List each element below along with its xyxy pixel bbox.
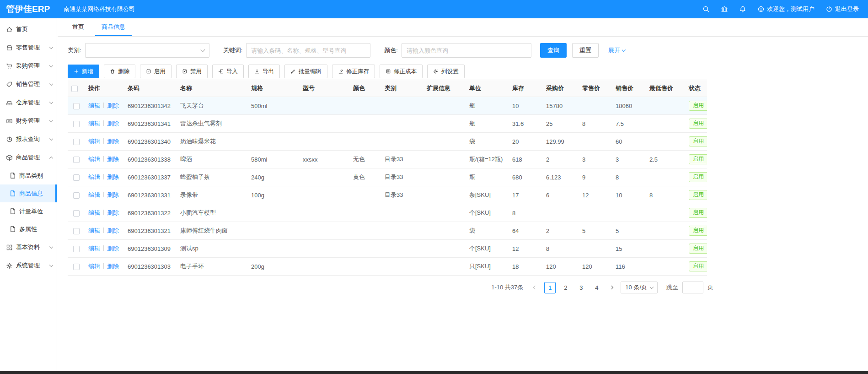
sidebar-item-basic-data[interactable]: 基本资料 — [0, 238, 57, 256]
row-checkbox[interactable] — [73, 103, 80, 109]
edit-link[interactable]: 编辑 — [88, 156, 100, 163]
status-badge[interactable]: 启用 — [689, 154, 707, 164]
sidebar-item-purchase-mgmt[interactable]: 采购管理 — [0, 57, 57, 75]
table-row: 编辑删除6901236301303电子手环200g只[SKU]181201201… — [68, 258, 707, 276]
batch-edit-button[interactable]: 批量编辑 — [284, 65, 327, 78]
fix-cost-button[interactable]: 修正成本 — [380, 65, 423, 78]
expand-label: 展开 — [608, 46, 620, 54]
row-checkbox[interactable] — [73, 139, 80, 145]
status-badge[interactable]: 启用 — [689, 190, 707, 200]
status-badge[interactable]: 启用 — [689, 172, 707, 182]
cell-ext — [423, 204, 466, 222]
tab-home[interactable]: 首页 — [66, 18, 91, 36]
delete-link[interactable]: 删除 — [107, 227, 119, 234]
status-badge[interactable]: 启用 — [689, 208, 707, 218]
edit-link[interactable]: 编辑 — [88, 191, 100, 198]
sidebar-item-system-mgmt[interactable]: 系统管理 — [0, 256, 57, 275]
jump-page-input[interactable] — [682, 282, 703, 293]
status-badge[interactable]: 启用 — [689, 244, 707, 254]
column-settings-button[interactable]: 列设置 — [427, 65, 465, 78]
cell-retail_price — [579, 97, 612, 115]
export-button[interactable]: 导出 — [248, 65, 280, 78]
sidebar-item-product-mgmt[interactable]: 商品管理 — [0, 148, 57, 167]
delete-link[interactable]: 删除 — [107, 156, 119, 163]
edit-link[interactable]: 编辑 — [88, 120, 100, 127]
delete-link[interactable]: 删除 — [107, 120, 119, 127]
edit-link[interactable]: 编辑 — [88, 245, 100, 252]
sidebar-item-finance-mgmt[interactable]: 财务管理 — [0, 112, 57, 130]
status-badge[interactable]: 启用 — [689, 101, 707, 111]
sidebar-item-product-info[interactable]: 商品信息 — [0, 184, 57, 202]
enable-button[interactable]: 启用 — [140, 65, 171, 78]
row-checkbox[interactable] — [73, 210, 80, 217]
page-button-2[interactable]: 2 — [560, 282, 571, 293]
company-name: 南通某某网络科技有限公司 — [64, 5, 135, 13]
bank-icon[interactable] — [721, 5, 728, 13]
row-checkbox[interactable] — [73, 157, 80, 163]
edit-link[interactable]: 编辑 — [88, 138, 100, 145]
sidebar-item-home[interactable]: 首页 — [0, 20, 57, 38]
edit-link[interactable]: 编辑 — [88, 173, 100, 180]
delete-link[interactable]: 删除 — [107, 263, 119, 270]
status-badge[interactable]: 启用 — [689, 136, 707, 146]
reset-button[interactable]: 重置 — [572, 43, 599, 58]
sidebar-item-report-query[interactable]: 报表查询 — [0, 130, 57, 148]
search-icon[interactable] — [702, 5, 710, 13]
page-size-select[interactable]: 10 条/页 — [621, 282, 658, 293]
sidebar-item-warehouse-mgmt[interactable]: 仓库管理 — [0, 93, 57, 112]
keyword-input[interactable] — [246, 43, 370, 58]
logout-button[interactable]: 退出登录 — [825, 5, 859, 13]
page-button-3[interactable]: 3 — [575, 282, 587, 293]
prev-page-button[interactable] — [530, 282, 540, 293]
link-separator — [103, 138, 104, 144]
sidebar-item-sales-mgmt[interactable]: 销售管理 — [0, 75, 57, 93]
select-all-checkbox[interactable] — [71, 86, 78, 92]
sidebar-item-multi-attribute[interactable]: 多属性 — [0, 220, 57, 238]
next-page-button[interactable] — [606, 282, 616, 293]
cell-ext — [423, 133, 466, 151]
cell-unit: 瓶 — [466, 97, 509, 115]
edit-link[interactable]: 编辑 — [88, 209, 100, 216]
sidebar-item-measure-unit[interactable]: 计量单位 — [0, 202, 57, 220]
delete-link[interactable]: 删除 — [107, 173, 119, 180]
sidebar-item-label: 多属性 — [19, 225, 53, 233]
color-input[interactable] — [402, 43, 531, 58]
delete-link[interactable]: 删除 — [107, 138, 119, 145]
welcome-user[interactable]: 欢迎您，测试用户 — [757, 5, 814, 13]
sidebar-item-retail-mgmt[interactable]: 零售管理 — [0, 38, 57, 57]
row-checkbox[interactable] — [73, 174, 80, 181]
edit-link[interactable]: 编辑 — [88, 263, 100, 270]
delete-button[interactable]: 删除 — [104, 65, 135, 78]
search-button[interactable]: 查询 — [540, 43, 567, 58]
edit-link[interactable]: 编辑 — [88, 227, 100, 234]
edit-link[interactable]: 编辑 — [88, 102, 100, 109]
category-select[interactable] — [85, 43, 209, 58]
status-badge[interactable]: 启用 — [689, 261, 707, 271]
status-badge[interactable]: 启用 — [689, 226, 707, 236]
sidebar-item-product-category[interactable]: 商品类别 — [0, 167, 57, 184]
cell-model — [299, 240, 349, 258]
delete-link[interactable]: 删除 — [107, 191, 119, 198]
page-button-1[interactable]: 1 — [544, 282, 556, 293]
status-badge[interactable]: 启用 — [689, 119, 707, 129]
tab-product-info[interactable]: 商品信息 — [95, 18, 132, 36]
table-row: 编辑删除6901236301340奶油味爆米花袋20129.9960启用 — [68, 133, 707, 151]
bell-icon[interactable] — [739, 5, 746, 13]
row-checkbox[interactable] — [73, 264, 80, 270]
chevron-down-icon — [49, 118, 53, 122]
expand-link[interactable]: 展开 — [608, 46, 625, 54]
cell-retail_price — [579, 133, 612, 151]
row-checkbox[interactable] — [73, 228, 80, 234]
disable-button[interactable]: 禁用 — [176, 65, 208, 78]
cell-purchase_price: 2 — [542, 151, 579, 168]
row-checkbox[interactable] — [73, 192, 80, 199]
fix-stock-button[interactable]: 修正库存 — [332, 65, 375, 78]
delete-link[interactable]: 删除 — [107, 102, 119, 109]
delete-link[interactable]: 删除 — [107, 209, 119, 216]
row-checkbox[interactable] — [73, 121, 80, 127]
page-button-4[interactable]: 4 — [591, 282, 602, 293]
delete-link[interactable]: 删除 — [107, 245, 119, 252]
import-button[interactable]: 导入 — [212, 65, 244, 78]
add-button[interactable]: 新增 — [68, 65, 99, 78]
row-checkbox[interactable] — [73, 246, 80, 252]
